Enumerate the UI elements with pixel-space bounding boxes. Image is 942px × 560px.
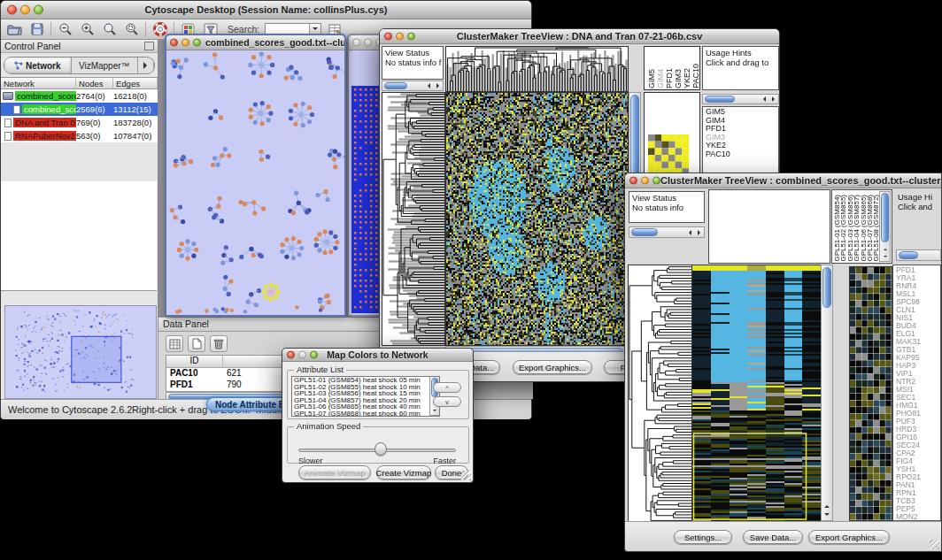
global-heatmap[interactable]: [445, 92, 629, 346]
minimize-button[interactable]: [641, 177, 649, 185]
network2-title-bar[interactable]: [349, 35, 381, 50]
network-table-row[interactable]: RNAPuberNov2+| 563(0) 107847(0): [1, 129, 158, 142]
settings-button[interactable]: Settings...: [674, 530, 732, 544]
zoom-button[interactable]: [34, 5, 43, 15]
scrollbar-thumb[interactable]: [822, 267, 831, 308]
column-label[interactable]: GIM5: [647, 69, 656, 88]
network-table-row[interactable]: combined_scores_ 2764(0) 16218(0): [1, 89, 158, 103]
attribute-list[interactable]: GPL51-01 (GSM854) heat shock 05 minGPL51…: [291, 376, 440, 417]
col-id[interactable]: ID: [166, 356, 223, 367]
treeview2-title-bar[interactable]: ClusterMaker TreeView : combined_scores_…: [625, 173, 941, 188]
main-title-bar[interactable]: Cytoscape Desktop (Session Name: collins…: [1, 1, 531, 19]
close-button[interactable]: [7, 5, 17, 15]
move-up-button[interactable]: ^: [433, 382, 461, 393]
column-label[interactable]: YKE2: [683, 68, 691, 88]
scrollbar-thumb[interactable]: [881, 193, 889, 242]
speed-slider-thumb[interactable]: [374, 442, 387, 456]
resize-grip[interactable]: [461, 471, 471, 480]
status-hscrollbar[interactable]: [382, 81, 444, 91]
column-dendrogram-empty[interactable]: [708, 189, 830, 264]
heatmap-vscrollbar[interactable]: [821, 265, 833, 521]
float-panel-icon[interactable]: [144, 42, 154, 50]
dialog-title-bar[interactable]: Map Colors to Network: [282, 349, 473, 362]
close-button[interactable]: [384, 33, 392, 41]
zoom-in-icon[interactable]: [79, 21, 96, 37]
scroll-left-arrow[interactable]: [685, 228, 694, 237]
resize-grip[interactable]: [930, 540, 939, 549]
gene-label[interactable]: MON2: [896, 513, 938, 521]
column-dendrogram[interactable]: [445, 46, 629, 92]
network-table-row[interactable]: DNA and Tran 07 769(0) 183728(0): [1, 116, 158, 129]
delete-attribute-icon[interactable]: [210, 335, 228, 352]
minimize-button[interactable]: [181, 39, 189, 47]
zoom-button[interactable]: [407, 33, 415, 41]
close-button[interactable]: [629, 177, 637, 185]
create-vizmap-button[interactable]: Create Vizmap: [376, 465, 431, 479]
scrollbar-thumb[interactable]: [705, 96, 735, 103]
export-graphics-button[interactable]: Export Graphics...: [513, 360, 592, 374]
open-file-icon[interactable]: [6, 21, 23, 37]
status-hscrollbar[interactable]: [629, 226, 705, 238]
scroll-left-arrow[interactable]: [424, 81, 433, 90]
hints-hscrollbar[interactable]: [702, 94, 779, 104]
scroll-down-arrow[interactable]: [822, 510, 831, 519]
treeview1-title-bar[interactable]: ClusterMaker TreeView : DNA and Tran 07-…: [380, 29, 779, 44]
scroll-right-arrow[interactable]: [695, 228, 704, 237]
zoom-out-icon[interactable]: [57, 21, 73, 37]
zoom-button[interactable]: [652, 177, 660, 185]
zoom-selected-icon[interactable]: [123, 21, 140, 37]
scroll-down-arrow[interactable]: [430, 407, 438, 414]
save-icon[interactable]: [28, 21, 45, 37]
network-list-empty-area[interactable]: [1, 181, 157, 291]
column-label[interactable]: PAC10: [691, 64, 700, 88]
hints-hscrollbar[interactable]: [896, 249, 941, 261]
col-network[interactable]: Network: [1, 78, 76, 88]
network-table-row[interactable]: combined_sco 2569(6) 13112(15): [1, 103, 158, 116]
scroll-down-arrow[interactable]: [881, 253, 889, 260]
scroll-left-arrow[interactable]: [760, 95, 768, 104]
column-label[interactable]: PFD1: [665, 68, 674, 88]
scrollbar-thumb[interactable]: [899, 251, 918, 259]
new-attribute-icon[interactable]: [188, 335, 205, 352]
close-button[interactable]: [287, 351, 295, 359]
close-button[interactable]: [170, 39, 178, 47]
zoom-heatmap[interactable]: [648, 134, 689, 175]
minimize-button[interactable]: [20, 5, 30, 15]
zoom-fit-icon[interactable]: [101, 21, 118, 37]
scrollbar-thumb[interactable]: [631, 228, 658, 236]
scroll-up-arrow[interactable]: [881, 246, 889, 253]
network-canvas-2[interactable]: [349, 50, 382, 317]
zoom-heatmap[interactable]: [849, 266, 892, 521]
scroll-right-arrow[interactable]: [434, 81, 443, 90]
column-label[interactable]: GIM3: [674, 69, 683, 88]
labels-vscrollbar[interactable]: [879, 191, 891, 262]
network-canvas-1[interactable]: [166, 50, 344, 317]
minimize-button[interactable]: [396, 33, 404, 41]
scroll-right-arrow[interactable]: [769, 95, 778, 104]
zoom-button[interactable]: [310, 351, 318, 359]
move-down-button[interactable]: v: [433, 396, 461, 407]
zoom-button[interactable]: [193, 39, 201, 47]
row-dendrogram[interactable]: [628, 265, 692, 523]
save-data-button[interactable]: Save Data...: [743, 530, 803, 544]
attribute-list-item[interactable]: GPL51-07 (GSM868) heat shock 60 min: [292, 410, 439, 417]
column-label[interactable]: GIM4: [656, 69, 665, 88]
tab-overflow-arrow[interactable]: [138, 58, 154, 73]
animate-vizmap-button[interactable]: Animate Vizmap: [298, 465, 371, 479]
global-heatmap[interactable]: [691, 265, 822, 523]
col-edges[interactable]: Edges: [113, 78, 158, 88]
export-graphics-button[interactable]: Export Graphics...: [808, 530, 890, 544]
minimize-button[interactable]: [364, 39, 372, 47]
row-dendrogram[interactable]: [382, 92, 445, 346]
network1-title-bar[interactable]: combined_scores_good.txt--cluste...: [166, 35, 344, 50]
scrollbar-thumb[interactable]: [384, 82, 407, 89]
tab-vizmapper[interactable]: VizMapper™: [72, 58, 139, 73]
attribute-select-icon[interactable]: [166, 335, 183, 352]
col-nodes[interactable]: Nodes: [76, 78, 113, 88]
birdseye-view[interactable]: [4, 305, 157, 399]
minimize-button[interactable]: [298, 351, 306, 359]
scroll-up-arrow[interactable]: [822, 502, 831, 510]
tab-network[interactable]: Network: [4, 58, 72, 73]
close-button[interactable]: [352, 39, 360, 47]
gene-label[interactable]: PAC10: [706, 150, 776, 159]
